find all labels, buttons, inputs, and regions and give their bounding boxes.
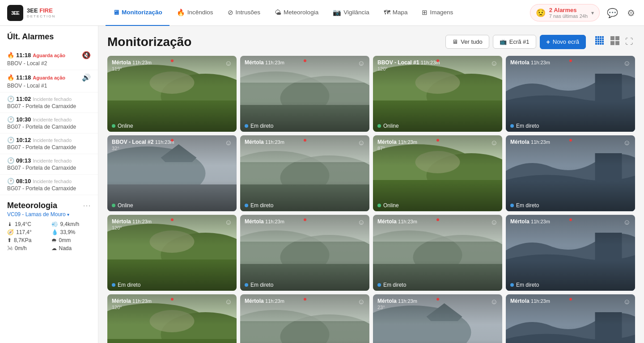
images-nav-icon: ⊞ — [422, 8, 428, 17]
weather-wind2: 🌬 0m/h — [7, 245, 47, 251]
camera-card[interactable]: Mértola 11h:23m 120° ☺ Online — [107, 294, 237, 343]
svg-rect-0 — [595, 36, 597, 38]
ver-tudo-button[interactable]: 🖥 Ver tudo — [445, 35, 489, 49]
page-title: Monitorização — [107, 35, 191, 49]
camera-card[interactable]: BBOV - Local #1 11h:23m 120° ☺ Online — [373, 56, 502, 132]
alarm-item-2[interactable]: 🔥 11:18 Aguarda ação 🔊 BBOV - Local #1 — [0, 70, 98, 92]
camera-card[interactable]: Mértola 11h:23m ☺ Em direto — [506, 135, 635, 211]
chat-button[interactable]: 💬 — [605, 6, 620, 20]
plus-icon: + — [547, 38, 550, 46]
app-body: Últ. Alarmes 🔥 11:18 Aguarda ação 🔇 BBOV… — [0, 26, 644, 343]
incident-time-1: 11:02 — [16, 96, 31, 102]
camera-card[interactable]: Mértola 11h:23m ☺ Em direto — [373, 215, 502, 291]
logo-icon: 3EE — [7, 5, 23, 21]
sound-on-icon-2[interactable]: 🔊 — [82, 73, 91, 82]
alarm-count: 2 Alarmes — [549, 7, 588, 13]
camera-card[interactable]: Mértola 11h:23m 120° ☺ Em direto — [107, 215, 237, 291]
ecra-label: Ecrã #1 — [509, 38, 530, 45]
clock-icon-2: 🕐 — [7, 116, 14, 123]
sound-off-icon-1[interactable]: 🔇 — [82, 51, 91, 59]
clock-icon-5: 🕐 — [7, 178, 14, 184]
weather-rain: 💧 33,9% — [51, 229, 91, 235]
alarms-title: Últ. Alarmes — [7, 32, 91, 42]
svg-rect-4 — [595, 38, 597, 40]
ecra-button[interactable]: 📺 Ecrã #1 — [493, 35, 536, 49]
svg-rect-2 — [600, 36, 602, 38]
alarm-badge[interactable]: 😟 2 Alarmes 7 nas últimas 24h ▾ — [530, 4, 600, 21]
nav-meteorologia-label: Meteorologia — [284, 9, 318, 16]
weather-more-icon[interactable]: ⋯ — [83, 201, 91, 210]
expand-button[interactable]: ⛶ — [623, 35, 635, 48]
alarm-item-1[interactable]: 🔥 11:18 Aguarda ação 🔇 BBOV - Local #2 — [0, 48, 98, 70]
nav-monitorizacao[interactable]: 🖥 Monitorização — [106, 0, 169, 26]
nav-meteorologia[interactable]: 🌤 Meteorologia — [267, 0, 326, 26]
alarm-sub: 7 nas últimas 24h — [549, 13, 588, 19]
svg-rect-10 — [600, 41, 602, 42]
alarm-face-icon: 😟 — [536, 8, 546, 18]
camera-card[interactable]: Mértola 11h:23m ☺ Em direto — [240, 294, 369, 343]
weather-rain2: 🌧 0mm — [51, 237, 91, 243]
weather-location-text: VC09 - Lamas de Mouro — [7, 211, 66, 218]
pressure-icon: ⬆ — [7, 237, 12, 243]
monitor-icon: 🖥 — [113, 8, 119, 16]
novo-ecra-label: Novo ecrã — [553, 38, 579, 45]
grid-4x4-button[interactable] — [593, 34, 606, 50]
svg-rect-19 — [615, 41, 619, 45]
weather-nav-icon: 🌤 — [275, 8, 281, 16]
main-content: Monitorização 🖥 Ver tudo 📺 Ecrã #1 + Nov… — [98, 26, 644, 343]
chevron-down-weather: ▾ — [67, 212, 69, 217]
nav-imagens[interactable]: ⊞ Imagens — [415, 0, 460, 26]
incident-item-2[interactable]: 🕐 10:30 Incidente fechado BG07 - Portela… — [0, 113, 98, 134]
main-nav: 🖥 Monitorização 🔥 Incêndios ⊘ Intrusões … — [106, 0, 530, 26]
camera-card[interactable]: Mértola 11h:23m ☺ Em direto — [506, 294, 635, 343]
camera-card[interactable]: Mértola 11h:23m ☺ Em direto — [240, 215, 369, 291]
weather-humidity: 🧭 117,4° — [7, 229, 47, 235]
map-icon: 🗺 — [384, 8, 390, 16]
camera-card[interactable]: BBOV - Local #2 11h:23m 32° ☺ Online — [107, 135, 237, 211]
camera-card[interactable]: Mértola 11h:23m ☺ Em direto — [506, 56, 635, 132]
svg-rect-3 — [602, 36, 604, 38]
fire-alarm-icon-2: 🔥 — [7, 74, 14, 81]
camera-card[interactable]: Mértola 11h:23m 119° ☺ Online — [107, 56, 237, 132]
incident-loc-1: BG07 - Portela de Carnaxide — [7, 103, 91, 109]
camera-card[interactable]: Mértola 11h:23m ☺ Em direto — [240, 56, 369, 132]
ecra-icon: 📺 — [500, 38, 507, 45]
nav-incendios-label: Incêndios — [187, 9, 213, 16]
incident-item-4[interactable]: 🕐 09:13 Incidente fechado BG07 - Portela… — [0, 154, 98, 175]
logo[interactable]: 3EE 3EE FIRE DETECTION — [7, 5, 106, 21]
nav-incendios[interactable]: 🔥 Incêndios — [169, 0, 220, 26]
sidebar-alarms-section: Últ. Alarmes — [0, 26, 98, 48]
clock-icon-1: 🕐 — [7, 96, 14, 102]
settings-button[interactable]: ⚙ — [625, 6, 637, 20]
camera-card[interactable]: Mértola 11h:23m 87° ☺ Online — [373, 135, 502, 211]
camera-card[interactable]: Mértola 11h:23m ☺ Em direto — [240, 135, 369, 211]
svg-rect-1 — [597, 36, 599, 38]
incident-item-5[interactable]: 🕐 08:10 Incidente fechado BG07 - Portela… — [0, 175, 98, 195]
svg-rect-15 — [602, 43, 604, 45]
incident-status-4: Incidente fechado — [33, 158, 72, 163]
alarm-status-2: Aguarda ação — [33, 75, 65, 80]
svg-rect-18 — [610, 41, 614, 45]
nav-imagens-label: Imagens — [430, 9, 453, 16]
camera-card[interactable]: Mértola 11h:23m ☺ Em direto — [506, 215, 635, 291]
novo-ecra-button[interactable]: + Novo ecrã — [540, 35, 586, 49]
alarm-info: 2 Alarmes 7 nas últimas 24h — [549, 7, 588, 19]
incident-item-1[interactable]: 🕐 11:02 Incidente fechado BG07 - Portela… — [0, 92, 98, 113]
grid-2x2-button[interactable] — [608, 34, 622, 50]
camera-card[interactable]: Mértola 11h:23m 23° ☺ Online — [373, 294, 502, 343]
nav-vigilancia[interactable]: 📷 Vigilância — [326, 0, 377, 26]
svg-rect-16 — [610, 36, 614, 40]
ver-tudo-label: Ver tudo — [461, 38, 482, 45]
alarm-time-1: 11:18 — [16, 52, 31, 59]
weather-section: Meteorologia ⋯ VC09 - Lamas de Mouro ▾ 🌡… — [0, 195, 98, 255]
incident-status-5: Incidente fechado — [33, 179, 72, 184]
incident-time-3: 10:12 — [16, 137, 31, 143]
svg-rect-17 — [615, 36, 619, 40]
chevron-down-icon: ▾ — [591, 10, 594, 16]
nav-mapa[interactable]: 🗺 Mapa — [377, 0, 415, 26]
incident-loc-4: BG07 - Portela de Carnaxide — [7, 165, 91, 171]
nav-intrusoes[interactable]: ⊘ Intrusões — [220, 0, 268, 26]
logo-text: 3EE FIRE DETECTION — [27, 7, 55, 18]
incident-item-3[interactable]: 🕐 10:12 Incidente fechado BG07 - Portela… — [0, 134, 98, 154]
weather-location[interactable]: VC09 - Lamas de Mouro ▾ — [7, 211, 91, 218]
